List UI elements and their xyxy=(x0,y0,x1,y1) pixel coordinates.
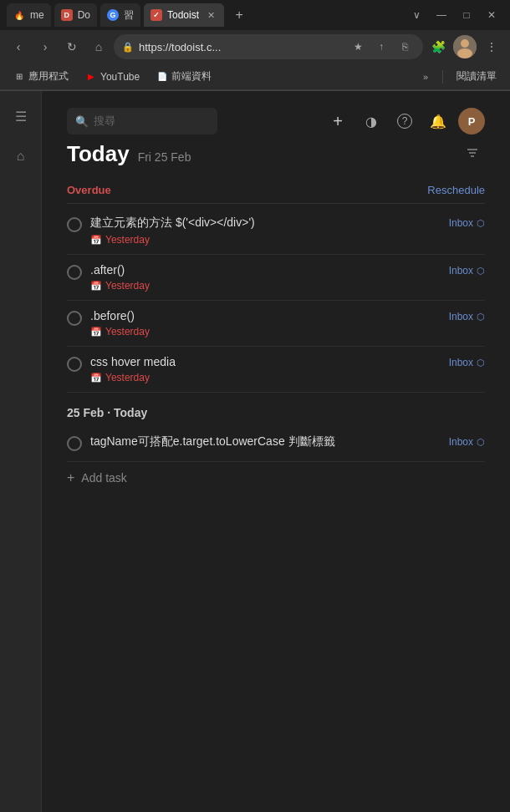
avatar-initial: P xyxy=(468,115,476,128)
sidebar-home-button[interactable]: ⌂ xyxy=(6,141,36,171)
address-text: https://todoist.c... xyxy=(139,41,343,53)
tab-me[interactable]: 🔥 me xyxy=(7,3,51,27)
sidebar-menu-button[interactable]: ☰ xyxy=(6,101,36,131)
tab-title-me: me xyxy=(30,9,44,21)
help-button[interactable]: ? xyxy=(391,108,418,134)
nav-forward-button[interactable]: › xyxy=(33,35,57,58)
date-section-header: 25 Feb · Today xyxy=(67,393,485,426)
help-icon: ? xyxy=(397,114,412,129)
window-minimize[interactable]: ∨ xyxy=(405,3,428,27)
tab-close-todoist[interactable]: ✕ xyxy=(204,8,217,22)
bookmark-star-button[interactable]: ★ xyxy=(348,37,368,57)
tab-title-g: 習 xyxy=(124,8,134,23)
inbox-icon: ⬡ xyxy=(477,218,485,229)
browser-chrome: 🔥 me D Do G 習 ✓ Todoist ✕ + ∨ — □ ✕ ‹ xyxy=(0,0,510,91)
page-title: Today xyxy=(67,141,130,167)
bookmark-frontend-label: 前端資料 xyxy=(171,69,212,84)
nav-bar: ‹ › ↻ ⌂ 🔒 https://todoist.c... ★ ↑ ⎘ 🧩 xyxy=(0,30,510,63)
bookmark-apps[interactable]: ⊞ 應用程式 xyxy=(7,68,75,85)
task-right: Inbox ⬡ xyxy=(449,357,485,368)
search-placeholder: 搜尋 xyxy=(94,114,115,129)
window-close[interactable]: ✕ xyxy=(480,3,503,27)
task-date: Yesterday xyxy=(105,372,150,383)
bell-icon: 🔔 xyxy=(430,114,446,129)
task-checkbox[interactable] xyxy=(67,265,82,280)
task-checkbox[interactable] xyxy=(67,436,82,451)
today-title-group: Today Fri 25 Feb xyxy=(67,141,191,167)
inbox-label[interactable]: Inbox xyxy=(449,436,473,448)
today-header: Today Fri 25 Feb xyxy=(67,141,485,167)
task-checkbox[interactable] xyxy=(67,311,82,326)
extensions-puzzle-button[interactable]: 🧩 xyxy=(426,35,450,58)
inbox-label[interactable]: Inbox xyxy=(449,265,473,277)
svg-point-1 xyxy=(461,39,469,48)
inbox-icon: ⬡ xyxy=(477,358,485,368)
filter-sort-button[interactable] xyxy=(460,142,485,167)
task-date: Yesterday xyxy=(105,326,150,337)
inbox-icon: ⬡ xyxy=(477,312,485,322)
task-right: Inbox ⬡ xyxy=(449,217,485,229)
bookmarks-more-button[interactable]: » xyxy=(416,67,436,87)
inbox-label[interactable]: Inbox xyxy=(449,311,473,322)
calendar-icon: 📅 xyxy=(90,281,102,292)
add-task-row[interactable]: + Add task xyxy=(67,462,485,494)
nav-reload-button[interactable]: ↻ xyxy=(60,35,84,58)
window-minimize2[interactable]: — xyxy=(430,3,453,27)
ssl-lock-icon: 🔒 xyxy=(122,42,134,53)
task-row[interactable]: tagName可搭配e.target.toLowerCase 判斷標籤 Inbo… xyxy=(67,426,485,462)
svg-point-2 xyxy=(457,48,472,58)
user-avatar-button[interactable]: P xyxy=(458,108,485,134)
tab-g[interactable]: G 習 xyxy=(100,3,140,27)
tab-todoist[interactable]: ✓ Todoist ✕ xyxy=(144,3,224,27)
nav-home-button[interactable]: ⌂ xyxy=(87,35,110,58)
filter-icon xyxy=(466,146,479,162)
task-checkbox[interactable] xyxy=(67,217,82,232)
chrome-menu-button[interactable]: ⋮ xyxy=(480,35,503,58)
nav-back-button[interactable]: ‹ xyxy=(7,35,30,58)
copy-button[interactable]: ⎘ xyxy=(395,37,415,57)
task-title: tagName可搭配e.target.toLowerCase 判斷標籤 xyxy=(90,434,441,449)
address-bar[interactable]: 🔒 https://todoist.c... ★ ↑ ⎘ xyxy=(114,34,423,59)
notifications-button[interactable]: 🔔 xyxy=(425,108,451,134)
task-row[interactable]: .after() 📅 Yesterday Inbox ⬡ xyxy=(67,255,485,301)
task-title: css hover media xyxy=(90,355,441,368)
task-right: Inbox ⬡ xyxy=(449,265,485,277)
task-title: 建立元素的方法 $('<div></div>') xyxy=(90,216,441,231)
address-actions: ★ ↑ ⎘ xyxy=(348,37,415,57)
task-row[interactable]: .before() 📅 Yesterday Inbox ⬡ xyxy=(67,301,485,347)
task-title: .before() xyxy=(90,309,441,322)
share-button[interactable]: ↑ xyxy=(371,37,391,57)
reader-list-button[interactable]: 閱讀清單 xyxy=(450,68,503,85)
calendar-icon: 📅 xyxy=(90,235,102,246)
bookmark-apps-label: 應用程式 xyxy=(28,69,69,84)
task-content: .before() 📅 Yesterday xyxy=(90,309,441,337)
tab-favicon-me: 🔥 xyxy=(13,9,25,21)
add-task-label: Add task xyxy=(81,471,126,485)
bookmark-frontend[interactable]: 📄 前端資料 xyxy=(150,68,218,85)
add-task-plus-icon: + xyxy=(67,470,74,485)
tab-add-button[interactable]: + xyxy=(227,3,251,27)
tab-title-do: Do xyxy=(78,9,90,21)
inbox-label[interactable]: Inbox xyxy=(449,217,473,229)
search-bar[interactable]: 🔍 搜尋 xyxy=(67,108,217,134)
task-content: 建立元素的方法 $('<div></div>') 📅 Yesterday xyxy=(90,216,441,246)
bookmarks-bar: ⊞ 應用程式 ▶ YouTube 📄 前端資料 » 閱讀清單 xyxy=(0,63,510,90)
task-right: Inbox ⬡ xyxy=(449,436,485,448)
task-content: .after() 📅 Yesterday xyxy=(90,263,441,292)
search-icon: 🔍 xyxy=(75,115,89,128)
theme-icon: ◑ xyxy=(365,114,377,129)
bookmarks-overflow: » 閱讀清單 xyxy=(416,67,503,87)
add-task-quick-button[interactable]: + xyxy=(324,108,351,134)
bookmark-youtube[interactable]: ▶ YouTube xyxy=(79,69,146,84)
theme-toggle-button[interactable]: ◑ xyxy=(358,108,385,134)
task-checkbox[interactable] xyxy=(67,357,82,372)
window-maximize[interactable]: □ xyxy=(455,3,478,27)
task-row[interactable]: 建立元素的方法 $('<div></div>') 📅 Yesterday Inb… xyxy=(67,207,485,255)
inbox-label[interactable]: Inbox xyxy=(449,357,473,368)
profile-avatar[interactable] xyxy=(453,35,477,58)
reschedule-button[interactable]: Reschedule xyxy=(427,184,485,196)
task-meta: 📅 Yesterday xyxy=(90,280,441,292)
task-row[interactable]: css hover media 📅 Yesterday Inbox ⬡ xyxy=(67,347,485,393)
tab-do[interactable]: D Do xyxy=(54,3,97,27)
tab-favicon-do: D xyxy=(61,9,73,21)
